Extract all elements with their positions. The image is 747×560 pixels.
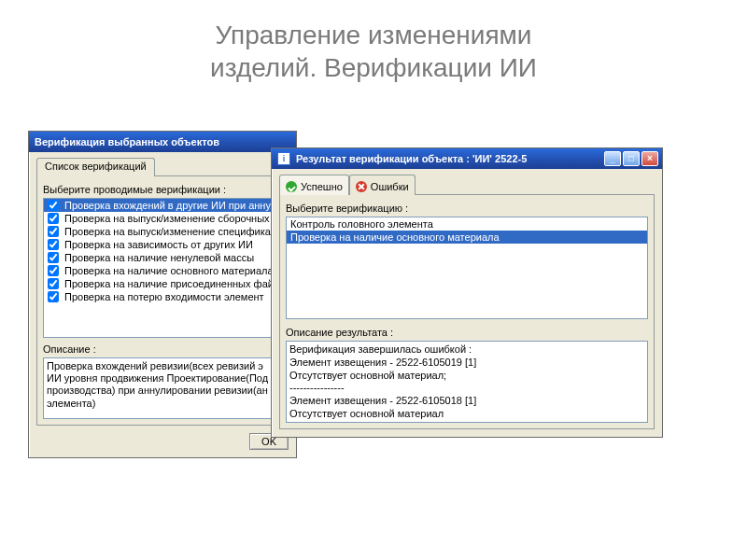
check-box[interactable] <box>48 200 59 211</box>
list-item[interactable]: Проверка на наличие основного материала <box>287 231 647 244</box>
maximize-button[interactable]: □ <box>623 151 640 166</box>
result-desc-text: Верификация завершилась ошибкой : Элемен… <box>286 341 648 423</box>
verification-result-dialog: i Результат верификации объекта : 'ИИ' 2… <box>271 147 663 438</box>
tab-errors[interactable]: Ошибки <box>349 175 416 195</box>
window-title: Верификация выбранных объектов <box>35 136 292 147</box>
verification-dialog: Верификация выбранных объектов Список ве… <box>28 131 297 458</box>
result-verification-list[interactable]: Контроль головного элемента Проверка на … <box>286 217 648 319</box>
description-label: Описание : <box>43 343 282 355</box>
check-item[interactable]: Проверка на наличие присоединенных фай <box>44 277 281 290</box>
check-item[interactable]: Проверка вхождений в другие ИИ при аннул <box>44 199 281 212</box>
titlebar[interactable]: i Результат верификации объекта : 'ИИ' 2… <box>272 148 662 169</box>
check-box[interactable] <box>48 291 59 302</box>
tab-success[interactable]: Успешно <box>279 175 349 195</box>
check-box[interactable] <box>48 226 59 237</box>
check-item[interactable]: Проверка на выпуск/изменение специфика <box>44 225 281 238</box>
error-circle-icon <box>356 181 367 192</box>
check-item[interactable]: Проверка на выпуск/изменение сборочных <box>44 212 281 225</box>
choose-verifications-label: Выберите проводимые верификации : <box>43 184 282 195</box>
close-button[interactable]: × <box>641 151 658 166</box>
check-box[interactable] <box>48 213 59 224</box>
check-circle-icon <box>286 181 297 192</box>
result-desc-label: Описание результата : <box>286 327 648 338</box>
list-item[interactable]: Контроль головного элемента <box>287 217 647 231</box>
check-item[interactable]: Проверка на зависимость от других ИИ <box>44 238 281 251</box>
verification-checklist[interactable]: Проверка вхождений в другие ИИ при аннул… <box>43 198 282 338</box>
check-box[interactable] <box>48 278 59 289</box>
slide-title-line2: изделий. Верификации ИИ <box>210 53 537 82</box>
minimize-button[interactable]: _ <box>604 151 621 166</box>
description-text: Проверка вхождений ревизии(всех ревизий … <box>43 357 282 419</box>
choose-verification-label: Выберите верификацию : <box>286 203 648 214</box>
check-box[interactable] <box>48 239 59 250</box>
slide-title: Управление изменениями изделий. Верифика… <box>0 19 747 84</box>
check-box[interactable] <box>48 265 59 276</box>
window-title: Результат верификации объекта : 'ИИ' 252… <box>296 153 599 164</box>
check-box[interactable] <box>48 252 59 263</box>
titlebar[interactable]: Верификация выбранных объектов <box>29 132 296 152</box>
check-item[interactable]: Проверка на потерю входимости элемент <box>44 290 281 303</box>
check-item[interactable]: Проверка на наличие основного материала <box>44 264 281 277</box>
check-item[interactable]: Проверка на наличие ненулевой массы <box>44 251 281 264</box>
slide-title-line1: Управление изменениями <box>216 21 532 49</box>
tab-verification-list[interactable]: Список верификаций <box>36 158 155 176</box>
